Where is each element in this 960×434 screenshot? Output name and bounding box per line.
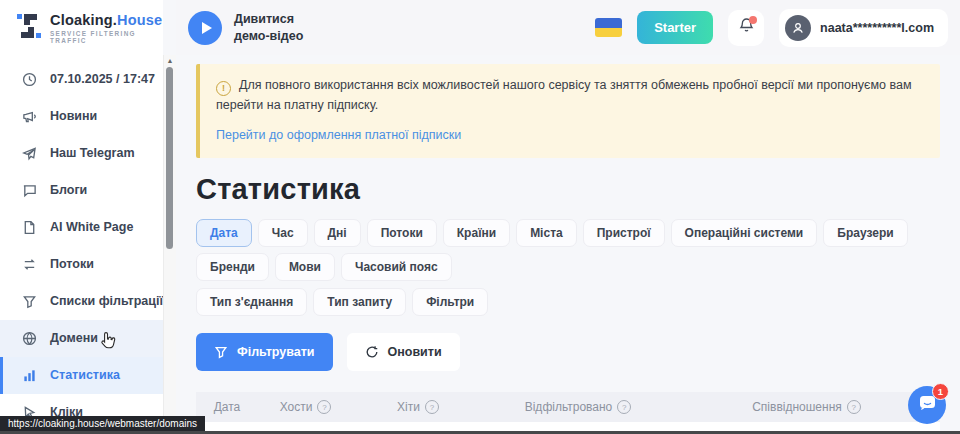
scrollbar-up-arrow-icon[interactable]: ▲ <box>164 56 176 66</box>
column-label: Відфільтровано <box>525 400 613 414</box>
tab-countries[interactable]: Країни <box>443 219 510 247</box>
chat-unread-badge: 1 <box>932 383 949 400</box>
demo-video-play-button[interactable] <box>188 11 222 45</box>
column-header-ratio: Співвідношення ? <box>673 400 940 414</box>
sidebar-item-label: Блоги <box>50 183 87 197</box>
plan-starter-button[interactable]: Starter <box>637 11 713 44</box>
tab-days[interactable]: Дні <box>314 219 361 247</box>
demo-video-label[interactable]: Дивитися демо-відео <box>234 11 303 44</box>
bar-chart-icon <box>21 367 37 383</box>
sidebar-item-label: Статистика <box>50 368 120 382</box>
sidebar-item-domains[interactable]: Домени <box>0 320 163 357</box>
browser-status-url: https://cloaking.house/webmaster/domains <box>0 416 205 431</box>
stats-table: Дата Хости ? Хіти ? Відфільтровано ? Спі… <box>196 392 940 434</box>
refresh-icon <box>365 345 379 359</box>
column-header-filtered: Відфільтровано ? <box>483 400 673 414</box>
page-title: Статистика <box>196 173 940 206</box>
user-icon <box>785 15 811 41</box>
play-icon <box>202 22 212 34</box>
account-menu[interactable]: naata**********l.com <box>779 9 948 47</box>
tab-time[interactable]: Час <box>258 219 308 247</box>
brand-text: Cloaking.House SERVICE FILTERING TRAFFIC <box>50 13 163 45</box>
account-email: naata**********l.com <box>820 21 934 35</box>
column-label: Дата <box>214 400 241 414</box>
sidebar-item-datetime: 07.10.2025 / 17:47 <box>0 61 163 98</box>
funnel-icon <box>21 293 37 309</box>
sidebar-item-statistics[interactable]: Статистика <box>0 357 163 394</box>
column-label: Хіти <box>397 400 420 414</box>
flag-blue-stripe <box>595 18 622 28</box>
demo-video-label-line2: демо-відео <box>234 28 303 44</box>
notification-dot <box>749 16 757 24</box>
stats-tabs-row-1: Дата Час Дні Потоки Країни Міста Пристро… <box>196 219 940 281</box>
flag-yellow-stripe <box>595 28 622 38</box>
sidebar-item-filter-lists[interactable]: Списки фільтрації <box>0 283 163 320</box>
actions-row: Фільтрувати Оновити <box>196 333 940 371</box>
sidebar-item-telegram[interactable]: Наш Telegram <box>0 135 163 172</box>
tab-browsers[interactable]: Браузери <box>823 219 907 247</box>
mouse-hand-cursor <box>100 331 117 351</box>
page-icon <box>21 219 37 235</box>
tab-devices[interactable]: Пристрої <box>583 219 665 247</box>
sidebar-item-label: Домени <box>50 331 98 345</box>
chat-widget-button[interactable]: 1 <box>908 386 946 424</box>
sidebar-item-label: Наш Telegram <box>50 146 135 160</box>
banner-text: Для повного використання всіх можливосте… <box>216 78 912 112</box>
trial-warning-banner: !Для повного використання всіх можливост… <box>196 64 940 158</box>
help-icon[interactable]: ? <box>617 400 631 414</box>
ukraine-flag-icon[interactable] <box>595 18 622 37</box>
tab-operating-systems[interactable]: Операційні системи <box>671 219 818 247</box>
refresh-button-label: Оновити <box>388 345 442 359</box>
sidebar-scrollbar[interactable]: ▲ ▼ <box>163 55 176 434</box>
sidebar-item-label: Потоки <box>50 257 94 271</box>
top-bar: Дивитися демо-відео Starter naata*******… <box>176 0 960 55</box>
demo-video-label-line1: Дивитися <box>234 11 303 27</box>
sidebar-menu: 07.10.2025 / 17:47 Новини Наш Telegram Б… <box>0 61 163 431</box>
tab-timezone[interactable]: Часовий пояс <box>341 253 452 281</box>
app-window: Cloaking.House SERVICE FILTERING TRAFFIC… <box>0 0 960 434</box>
column-label: Хости <box>280 400 313 414</box>
sidebar: Cloaking.House SERVICE FILTERING TRAFFIC… <box>0 0 163 434</box>
banner-text-row: !Для повного використання всіх можливост… <box>216 76 924 116</box>
sidebar-item-label: Новини <box>50 109 97 123</box>
tab-languages[interactable]: Мови <box>275 253 335 281</box>
tab-brands[interactable]: Бренди <box>196 253 269 281</box>
brand-name-accent: House <box>117 12 162 28</box>
column-header-hosts: Хости ? <box>258 400 353 414</box>
sidebar-item-ai-white-page[interactable]: AI White Page <box>0 209 163 246</box>
scrollbar-thumb[interactable] <box>166 67 173 249</box>
tab-connection-type[interactable]: Тип з'єднання <box>196 288 307 316</box>
sidebar-item-streams[interactable]: Потоки <box>0 246 163 283</box>
tab-cities[interactable]: Міста <box>516 219 577 247</box>
chat-bubble-icon <box>21 182 37 198</box>
filter-button[interactable]: Фільтрувати <box>196 333 333 371</box>
help-icon[interactable]: ? <box>425 400 439 414</box>
sidebar-item-label: Списки фільтрації <box>50 294 163 308</box>
sidebar-item-label: AI White Page <box>50 220 133 234</box>
column-label: Співвідношення <box>752 400 842 414</box>
top-bar-right: Starter naata**********l.com <box>595 9 948 47</box>
tab-request-type[interactable]: Тип запиту <box>313 288 406 316</box>
column-header-hits: Хіти ? <box>353 400 483 414</box>
tab-streams[interactable]: Потоки <box>367 219 437 247</box>
column-header-date: Дата <box>196 400 258 414</box>
sidebar-item-news[interactable]: Новини <box>0 98 163 135</box>
info-circle-icon: ! <box>216 81 231 96</box>
help-icon[interactable]: ? <box>317 400 331 414</box>
sidebar-item-blogs[interactable]: Блоги <box>0 172 163 209</box>
brand-logo[interactable]: Cloaking.House SERVICE FILTERING TRAFFIC <box>0 0 163 45</box>
refresh-button[interactable]: Оновити <box>347 333 460 371</box>
megaphone-icon <box>21 108 37 124</box>
tab-filters[interactable]: Фільтри <box>412 288 488 316</box>
filter-button-label: Фільтрувати <box>237 345 315 359</box>
sidebar-item-label: 07.10.2025 / 17:47 <box>50 72 155 86</box>
main-content: !Для повного використання всіх можливост… <box>176 55 960 434</box>
notifications-button[interactable] <box>728 10 764 46</box>
help-icon[interactable]: ? <box>847 400 861 414</box>
streams-icon <box>21 256 37 272</box>
funnel-icon <box>214 345 228 359</box>
clock-icon <box>21 71 37 87</box>
subscribe-link[interactable]: Перейти до оформлення платної підписки <box>216 126 461 145</box>
tab-date[interactable]: Дата <box>196 219 252 247</box>
brand-tagline: SERVICE FILTERING TRAFFIC <box>50 31 163 44</box>
